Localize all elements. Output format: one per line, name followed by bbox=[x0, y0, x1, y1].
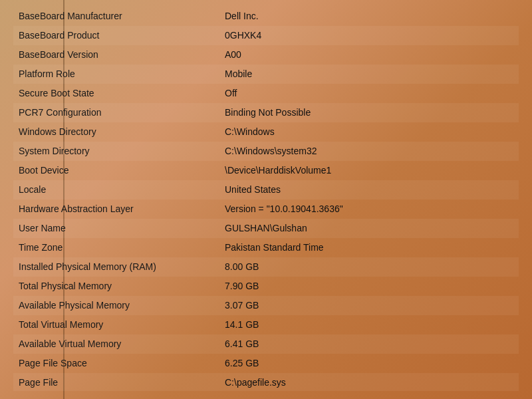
row-value: A00 bbox=[219, 45, 519, 65]
table-row: User NameGULSHAN\Gulshan bbox=[13, 219, 519, 238]
table-row: Platform RoleMobile bbox=[13, 65, 519, 84]
row-label: BaseBoard Version bbox=[13, 45, 219, 65]
row-value: Pakistan Standard Time bbox=[219, 238, 519, 257]
row-value: Version = "10.0.19041.3636" bbox=[219, 200, 519, 219]
row-value: 3.07 GB bbox=[219, 296, 519, 315]
row-label: Windows Directory bbox=[13, 122, 219, 142]
table-row: Total Physical Memory7.90 GB bbox=[13, 277, 519, 296]
row-label: Time Zone bbox=[13, 238, 219, 257]
row-label: Page File bbox=[13, 373, 219, 391]
table-row: Boot Device\Device\HarddiskVolume1 bbox=[13, 161, 519, 180]
row-label: Boot Device bbox=[13, 161, 219, 180]
table-row: Available Virtual Memory6.41 GB bbox=[13, 334, 519, 354]
row-value: 7.90 GB bbox=[219, 277, 519, 296]
table-row: Total Virtual Memory14.1 GB bbox=[13, 315, 519, 334]
system-info-table: BaseBoard ManufacturerDell Inc.BaseBoard… bbox=[13, 7, 519, 391]
table-row: BaseBoard ManufacturerDell Inc. bbox=[13, 7, 519, 26]
row-value: Dell Inc. bbox=[219, 7, 519, 26]
row-label: Available Virtual Memory bbox=[13, 334, 219, 354]
row-value: \Device\HarddiskVolume1 bbox=[219, 161, 519, 180]
row-label: System Directory bbox=[13, 142, 219, 161]
system-info-panel: BaseBoard ManufacturerDell Inc.BaseBoard… bbox=[0, 0, 532, 399]
row-label: Installed Physical Memory (RAM) bbox=[13, 257, 219, 277]
table-row: Page FileC:\pagefile.sys bbox=[13, 373, 519, 391]
row-label: PCR7 Configuration bbox=[13, 103, 219, 122]
row-label: Page File Space bbox=[13, 354, 219, 373]
table-row: System DirectoryC:\Windows\system32 bbox=[13, 142, 519, 161]
row-value: 6.25 GB bbox=[219, 354, 519, 373]
row-value: GULSHAN\Gulshan bbox=[219, 219, 519, 238]
row-value: C:\Windows\system32 bbox=[219, 142, 519, 161]
row-value: 14.1 GB bbox=[219, 315, 519, 334]
table-row: BaseBoard VersionA00 bbox=[13, 45, 519, 65]
row-value: Mobile bbox=[219, 65, 519, 84]
row-label: Total Virtual Memory bbox=[13, 315, 219, 334]
row-value: United States bbox=[219, 180, 519, 200]
row-label: User Name bbox=[13, 219, 219, 238]
table-row: Page File Space6.25 GB bbox=[13, 354, 519, 373]
row-label: Available Physical Memory bbox=[13, 296, 219, 315]
table-row: PCR7 ConfigurationBinding Not Possible bbox=[13, 103, 519, 122]
table-row: Available Physical Memory3.07 GB bbox=[13, 296, 519, 315]
row-value: 6.41 GB bbox=[219, 334, 519, 354]
table-row: LocaleUnited States bbox=[13, 180, 519, 200]
row-label: Secure Boot State bbox=[13, 84, 219, 103]
row-value: Off bbox=[219, 84, 519, 103]
row-label: Locale bbox=[13, 180, 219, 200]
row-value: Binding Not Possible bbox=[219, 103, 519, 122]
row-label: Hardware Abstraction Layer bbox=[13, 200, 219, 219]
table-row: Windows DirectoryC:\Windows bbox=[13, 122, 519, 142]
table-row: Hardware Abstraction LayerVersion = "10.… bbox=[13, 200, 519, 219]
row-value: C:\Windows bbox=[219, 122, 519, 142]
row-label: BaseBoard Product bbox=[13, 26, 219, 45]
row-value: 8.00 GB bbox=[219, 257, 519, 277]
table-row: BaseBoard Product0GHXK4 bbox=[13, 26, 519, 45]
table-row: Secure Boot StateOff bbox=[13, 84, 519, 103]
row-label: Total Physical Memory bbox=[13, 277, 219, 296]
row-value: C:\pagefile.sys bbox=[219, 373, 519, 391]
table-row: Installed Physical Memory (RAM)8.00 GB bbox=[13, 257, 519, 277]
row-label: BaseBoard Manufacturer bbox=[13, 7, 219, 26]
row-label: Platform Role bbox=[13, 65, 219, 84]
row-value: 0GHXK4 bbox=[219, 26, 519, 45]
table-row: Time ZonePakistan Standard Time bbox=[13, 238, 519, 257]
